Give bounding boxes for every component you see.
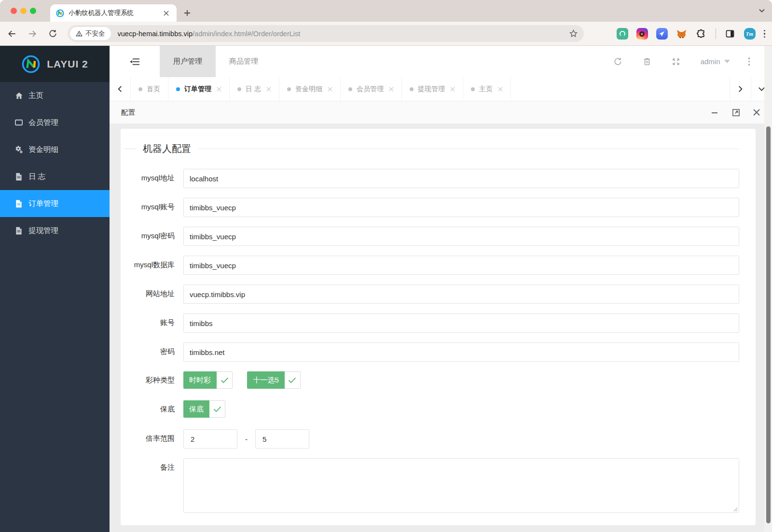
range-min-input[interactable]: [183, 429, 237, 449]
traffic-light-close[interactable]: [11, 8, 17, 14]
tab-status-dot: [471, 87, 475, 91]
tab-search-icon[interactable]: [758, 7, 765, 14]
tab-status-dot: [237, 87, 241, 91]
page-tabbar: 首页 订单管理 日 志 资金明细: [110, 77, 772, 101]
header-nav-label: 商品管理: [229, 57, 258, 66]
admin-app: LAYUI 2 主页 会员管理 资金明细: [0, 46, 772, 532]
checkbox-ssc[interactable]: 时时彩: [183, 371, 233, 389]
page-tab-main[interactable]: 主页: [463, 77, 511, 101]
tab-status-dot: [287, 87, 291, 91]
panel-minimize-icon[interactable]: [711, 109, 718, 116]
forward-icon[interactable]: [24, 26, 41, 42]
field-label: mysql地址: [121, 169, 183, 188]
tab-close-icon[interactable]: [161, 8, 171, 18]
page-tab-label: 订单管理: [184, 85, 211, 94]
tab-close-icon[interactable]: [498, 87, 503, 92]
sidebar-item-withdraw[interactable]: 提现管理: [0, 217, 110, 244]
check-icon: [209, 400, 225, 418]
form-legend: 机器人配置: [124, 142, 739, 155]
page-tab-label: 提现管理: [418, 85, 445, 94]
mysql-password-input[interactable]: [183, 227, 739, 246]
note-textarea[interactable]: [183, 458, 739, 513]
account-input[interactable]: [183, 314, 739, 333]
extension-shield-icon[interactable]: [617, 28, 628, 40]
refresh-icon[interactable]: [613, 57, 622, 66]
collapse-menu-icon[interactable]: [110, 46, 160, 77]
check-icon: [217, 371, 233, 389]
bookmark-star-icon[interactable]: [569, 29, 578, 38]
browser-menu-icon[interactable]: [764, 30, 766, 38]
panel-close-icon[interactable]: [753, 109, 760, 116]
extension-metamask-fox-icon[interactable]: [676, 28, 688, 40]
new-tab-icon[interactable]: [182, 8, 192, 18]
browser-tab-title: 小豹纹机器人管理系统: [69, 9, 157, 17]
form-row-lottery-types: 彩种类型 时时彩 十一选5: [121, 371, 756, 389]
back-icon[interactable]: [4, 26, 20, 42]
page-scrollbar[interactable]: [764, 46, 772, 532]
sidebar-item-members[interactable]: 会员管理: [0, 109, 110, 136]
window-icon: [14, 118, 23, 127]
textarea-resize-grip[interactable]: [732, 506, 738, 512]
tab-close-icon[interactable]: [389, 87, 394, 92]
gears-icon: [14, 145, 23, 154]
tabs-scroll-right-icon[interactable]: [730, 77, 751, 101]
page-tab-orders[interactable]: 订单管理: [168, 77, 230, 101]
tab-close-icon[interactable]: [266, 87, 271, 92]
check-icon: [285, 371, 301, 389]
security-chip[interactable]: 不安全: [70, 27, 111, 40]
sidebar-item-funds[interactable]: 资金明细: [0, 136, 110, 163]
header-more-icon[interactable]: [748, 57, 750, 66]
checkbox-11x5[interactable]: 十一选5: [247, 371, 300, 389]
reload-icon[interactable]: [44, 26, 61, 42]
address-bar[interactable]: 不安全 vuecp-hemai.timibbs.vip/admin/index.…: [68, 25, 584, 42]
tab-close-icon[interactable]: [217, 87, 221, 92]
page-tab-label: 首页: [147, 85, 160, 94]
extension-paper-plane-icon[interactable]: [656, 28, 668, 40]
url-path: /admin/index.html#/Order/orderList: [193, 30, 300, 38]
url-host: vuecp-hemai.timibbs.vip: [118, 30, 193, 38]
password-input[interactable]: [183, 342, 739, 362]
page-tab-home[interactable]: 首页: [131, 77, 168, 101]
sidebar-item-home[interactable]: 主页: [0, 82, 110, 109]
chevron-down-icon: [724, 60, 730, 63]
mysql-host-input[interactable]: [183, 169, 739, 188]
browser-tab[interactable]: 小豹纹机器人管理系统: [50, 4, 177, 22]
form-row-multiplier-range: 倍率范围 -: [121, 429, 756, 449]
site-url-input[interactable]: [183, 285, 739, 304]
tab-status-dot: [138, 87, 142, 91]
panel-maximize-icon[interactable]: [732, 109, 740, 117]
header-nav-users[interactable]: 用户管理: [160, 46, 216, 77]
tabs-scroll-left-icon[interactable]: [110, 77, 131, 101]
scrollbar-thumb[interactable]: [766, 126, 771, 523]
field-label: 密码: [121, 342, 183, 362]
sidebar-item-label: 会员管理: [28, 118, 58, 128]
side-panel-icon[interactable]: [724, 28, 736, 40]
page-tab-withdraw[interactable]: 提现管理: [402, 77, 463, 101]
checkbox-label: 时时彩: [183, 371, 217, 389]
tab-status-dot: [410, 87, 414, 91]
fullscreen-icon[interactable]: [672, 57, 680, 66]
extension-tm-icon[interactable]: Tm: [744, 28, 756, 40]
range-max-input[interactable]: [255, 429, 309, 449]
browser-toolbar: 不安全 vuecp-hemai.timibbs.vip/admin/index.…: [0, 22, 772, 46]
sidebar-item-label: 订单管理: [28, 199, 58, 209]
page-tab-logs[interactable]: 日 志: [230, 77, 279, 101]
mysql-database-input[interactable]: [183, 256, 739, 275]
checkbox-guarantee[interactable]: 保底: [183, 400, 225, 418]
trash-icon[interactable]: [643, 57, 651, 66]
tab-close-icon[interactable]: [450, 87, 455, 92]
page-tab-members[interactable]: 会员管理: [341, 77, 402, 101]
mysql-user-input[interactable]: [183, 198, 739, 217]
form-row-guarantee: 保底 保底: [121, 400, 756, 418]
traffic-light-minimize[interactable]: [20, 8, 27, 14]
extensions-puzzle-icon[interactable]: [696, 28, 707, 40]
header-nav-goods[interactable]: 商品管理: [216, 46, 272, 77]
page-tab-funds[interactable]: 资金明细: [279, 77, 341, 101]
sidebar-item-logs[interactable]: 日 志: [0, 163, 110, 190]
traffic-light-zoom[interactable]: [30, 8, 36, 14]
extension-camera-icon[interactable]: [636, 28, 648, 40]
tab-close-icon[interactable]: [328, 87, 332, 92]
user-menu[interactable]: admin: [701, 57, 730, 66]
sidebar-item-orders[interactable]: 订单管理: [0, 190, 110, 217]
field-label: 账号: [121, 314, 183, 333]
